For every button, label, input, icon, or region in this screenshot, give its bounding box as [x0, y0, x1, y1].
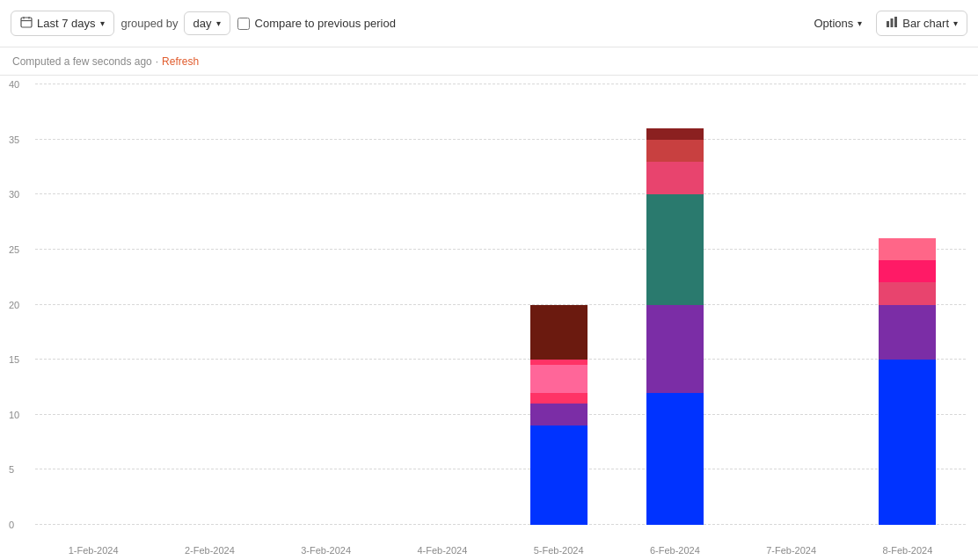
y-label-25: 25: [9, 244, 19, 255]
bar-chart-button[interactable]: Bar chart ▾: [876, 11, 967, 36]
options-chevron-icon: ▾: [858, 18, 862, 28]
compare-checkbox-label[interactable]: Compare to previous period: [237, 17, 396, 30]
grouped-by-container: grouped by day ▾: [121, 11, 230, 35]
x-label-0: 1-Feb-2024: [35, 545, 151, 556]
grouped-by-label: grouped by: [121, 17, 179, 30]
bars-container: [35, 84, 966, 525]
x-label-5: 6-Feb-2024: [617, 545, 733, 556]
bar-segment-7-4: [879, 260, 936, 282]
date-range-chevron-icon: ▾: [100, 18, 105, 28]
bar-chart-chevron-icon: ▾: [953, 18, 958, 28]
date-range-button[interactable]: Last 7 days ▾: [11, 11, 114, 36]
bar-segment-4-5: [530, 305, 588, 360]
y-label-0: 0: [9, 520, 14, 530]
x-label-4: 5-Feb-2024: [500, 545, 617, 556]
bar-segment-7-2: [879, 305, 936, 327]
x-label-7: 8-Feb-2024: [850, 545, 966, 556]
x-label-1: 2-Feb-2024: [151, 545, 267, 556]
bar-segment-4-0: [530, 425, 588, 525]
day-chevron-icon: ▾: [216, 18, 221, 28]
y-label-40: 40: [9, 79, 19, 90]
compare-label-text: Compare to previous period: [255, 17, 396, 30]
bar-chart-icon: [886, 16, 898, 31]
bar-segment-4-2: [530, 393, 588, 404]
refresh-link[interactable]: Refresh: [162, 55, 199, 68]
separator: ·: [156, 55, 158, 68]
stacked-bar-7: [879, 238, 936, 525]
bar-segment-7-0: [879, 360, 936, 525]
computed-text: Computed a few seconds ago: [12, 55, 152, 68]
bar-segment-4-1: [530, 404, 588, 425]
bar-column-3: [384, 84, 500, 525]
svg-rect-4: [887, 21, 889, 27]
bar-segment-7-3: [879, 282, 936, 304]
date-range-label: Last 7 days: [37, 17, 96, 30]
y-label-20: 20: [9, 300, 19, 310]
bar-column-2: [268, 84, 384, 525]
status-bar: Computed a few seconds ago · Refresh: [0, 47, 978, 76]
y-label-15: 15: [9, 354, 19, 365]
bar-segment-7-5: [879, 238, 936, 260]
bar-segment-5-5: [646, 140, 704, 162]
bar-segment-7-1: [879, 327, 936, 360]
bar-segment-5-6: [646, 128, 704, 140]
compare-checkbox[interactable]: [237, 18, 250, 30]
chart-area: 05101520253035401-Feb-20242-Feb-20243-Fe…: [0, 76, 978, 560]
y-label-5: 5: [9, 464, 14, 475]
x-label-2: 3-Feb-2024: [268, 545, 384, 556]
stacked-bar-5: [646, 128, 704, 525]
stacked-bar-4: [530, 305, 588, 526]
bar-column-4: [500, 84, 617, 525]
day-label: day: [193, 17, 212, 30]
options-label: Options: [814, 17, 853, 30]
calendar-icon: [20, 16, 33, 31]
bar-segment-5-1: [646, 316, 704, 393]
bar-segment-5-3: [646, 194, 704, 304]
svg-rect-0: [21, 18, 32, 27]
bar-column-7: [850, 84, 966, 525]
bar-column-0: [35, 84, 151, 525]
y-label-35: 35: [9, 135, 19, 145]
bar-segment-5-0: [646, 393, 704, 525]
options-button[interactable]: Options ▾: [806, 12, 869, 34]
bar-column-5: [617, 84, 733, 525]
x-label-3: 4-Feb-2024: [384, 545, 500, 556]
day-button[interactable]: day ▾: [184, 11, 230, 35]
x-labels: 1-Feb-20242-Feb-20243-Feb-20244-Feb-2024…: [35, 545, 966, 556]
bar-segment-5-2: [646, 305, 704, 316]
y-label-10: 10: [9, 410, 19, 420]
chart-inner: 05101520253035401-Feb-20242-Feb-20243-Fe…: [35, 84, 966, 525]
bar-column-1: [151, 84, 267, 525]
toolbar: Last 7 days ▾ grouped by day ▾ Compare t…: [0, 0, 978, 47]
bar-chart-label: Bar chart: [902, 17, 949, 30]
x-label-6: 7-Feb-2024: [734, 545, 850, 556]
bar-segment-4-3: [530, 365, 588, 392]
y-label-30: 30: [9, 189, 19, 200]
svg-rect-6: [894, 17, 897, 27]
bar-column-6: [734, 84, 850, 525]
bar-segment-5-4: [646, 162, 704, 195]
svg-rect-5: [891, 18, 894, 27]
